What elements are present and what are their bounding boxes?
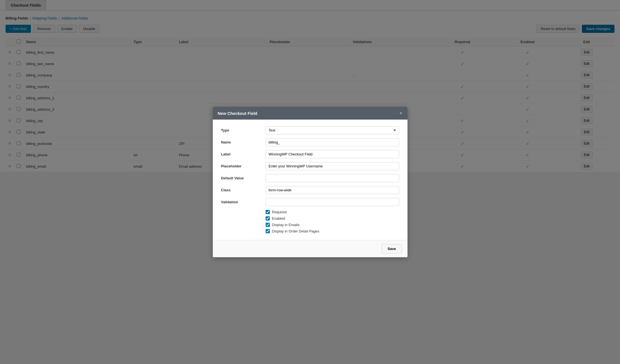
validation-row: Validation — [221, 198, 399, 206]
name-label: Name — [221, 140, 266, 144]
label-input[interactable] — [266, 150, 399, 158]
class-row: Class — [221, 186, 399, 194]
default-value-label: Default Value — [221, 176, 266, 180]
chk_display_emails-checkbox[interactable] — [266, 223, 270, 227]
chk_display_order-checkbox[interactable] — [266, 229, 270, 233]
name-row: Name — [221, 138, 399, 146]
modal-close-button[interactable]: × — [399, 111, 402, 116]
type-row: Type TextSelectTextareaCheckboxRadioHidd… — [221, 126, 399, 134]
label-row: Label — [221, 150, 399, 158]
type-label: Type — [221, 128, 266, 132]
modal-overlay[interactable]: New Checkout Field × Type TextSelectText… — [0, 0, 620, 364]
checkbox-row-chk_display_emails: Display in Emails — [266, 223, 399, 227]
checkbox-row-chk_required: Required — [266, 210, 399, 214]
class-input[interactable] — [266, 186, 399, 194]
placeholder-row: Placeholder — [221, 162, 399, 170]
chk_enabled-label: Enabled — [272, 216, 285, 221]
modal-save-button[interactable]: Save — [382, 244, 402, 253]
modal-body: Type TextSelectTextareaCheckboxRadioHidd… — [213, 120, 407, 240]
checkbox-row-chk_enabled: Enabled — [266, 216, 399, 221]
default-value-row: Default Value — [221, 174, 399, 182]
checkbox-row-chk_display_order: Display in Order Detail Pages — [266, 229, 399, 233]
chk_display_order-label: Display in Order Detail Pages — [272, 229, 320, 233]
name-input[interactable] — [266, 138, 399, 146]
placeholder-input[interactable] — [266, 162, 399, 170]
default-value-input[interactable] — [266, 174, 399, 182]
validation-input[interactable] — [266, 198, 399, 206]
modal-header: New Checkout Field × — [213, 107, 407, 120]
modal-footer: Save — [213, 240, 407, 257]
label-label: Label — [221, 152, 266, 156]
placeholder-label: Placeholder — [221, 164, 266, 168]
chk_enabled-checkbox[interactable] — [266, 216, 270, 221]
type-select[interactable]: TextSelectTextareaCheckboxRadioHiddenDat… — [266, 126, 399, 134]
class-label: Class — [221, 188, 266, 192]
new-checkout-field-modal: New Checkout Field × Type TextSelectText… — [213, 107, 407, 257]
validation-label: Validation — [221, 200, 266, 204]
chk_display_emails-label: Display in Emails — [272, 223, 300, 227]
checkboxes-group: RequiredEnabledDisplay in EmailsDisplay … — [266, 210, 399, 233]
page-wrapper: Checkout Fields Billing Fields | Shippin… — [0, 0, 620, 364]
chk_required-checkbox[interactable] — [266, 210, 270, 214]
modal-title: New Checkout Field — [218, 111, 258, 116]
chk_required-label: Required — [272, 210, 287, 214]
